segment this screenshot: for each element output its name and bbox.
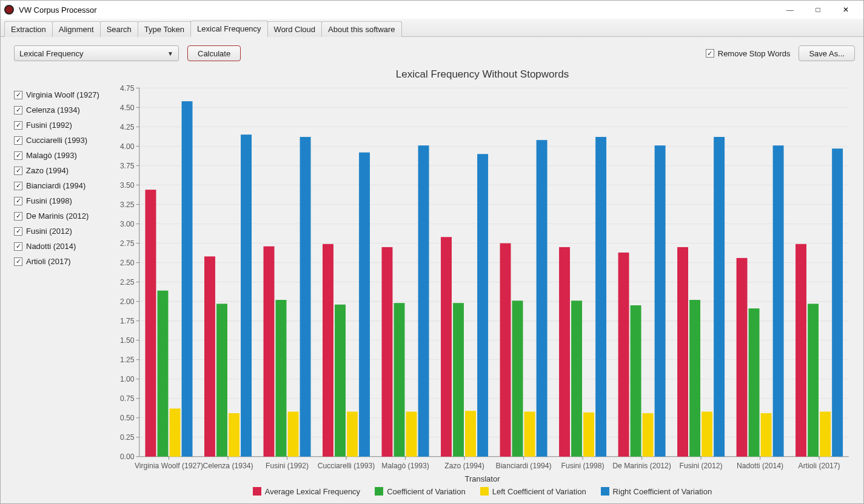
svg-rect-74 bbox=[264, 247, 275, 457]
translator-label: Celenza (1934) bbox=[26, 105, 80, 114]
checkbox-icon bbox=[14, 257, 22, 266]
svg-text:1.75: 1.75 bbox=[120, 317, 135, 325]
translator-checkbox[interactable]: Celenza (1934) bbox=[14, 105, 110, 114]
remove-stopwords-label: Remove Stop Words bbox=[718, 49, 791, 58]
tab-strip: ExtractionAlignmentSearchType TokenLexic… bbox=[1, 19, 863, 37]
legend-swatch bbox=[253, 487, 261, 496]
svg-rect-119 bbox=[714, 137, 725, 457]
translator-checkbox[interactable]: Malagò (1993) bbox=[14, 151, 110, 160]
checkbox-icon bbox=[14, 121, 22, 130]
svg-text:0.50: 0.50 bbox=[120, 414, 135, 422]
checkbox-icon bbox=[14, 212, 22, 220]
window-close-button[interactable]: ✕ bbox=[832, 1, 860, 19]
svg-text:Zazo (1994): Zazo (1994) bbox=[444, 461, 484, 469]
svg-text:2.50: 2.50 bbox=[120, 259, 135, 267]
svg-rect-125 bbox=[773, 145, 784, 457]
translator-checkbox[interactable]: De Marinis (2012) bbox=[14, 211, 110, 220]
legend-item[interactable]: Right Coefficient of Variation bbox=[601, 487, 712, 496]
svg-text:Nadotti (2014): Nadotti (2014) bbox=[737, 461, 783, 469]
svg-text:Celenza (1934): Celenza (1934) bbox=[203, 461, 253, 469]
legend-item[interactable]: Left Coefficient of Variation bbox=[480, 487, 586, 496]
svg-rect-69 bbox=[216, 303, 227, 456]
svg-rect-104 bbox=[559, 247, 570, 457]
tab-about-this-software[interactable]: About this software bbox=[321, 21, 402, 37]
save-as-button[interactable]: Save As... bbox=[799, 45, 855, 61]
svg-rect-130 bbox=[820, 412, 831, 457]
svg-text:2.25: 2.25 bbox=[120, 278, 135, 287]
tab-search[interactable]: Search bbox=[100, 21, 138, 37]
remove-stopwords-checkbox[interactable]: Remove Stop Words bbox=[706, 49, 791, 58]
svg-text:4.75: 4.75 bbox=[120, 84, 135, 92]
metric-combo-value: Lexical Frequency bbox=[19, 49, 84, 58]
svg-text:Bianciardi (1994): Bianciardi (1994) bbox=[496, 461, 552, 469]
legend-swatch bbox=[480, 487, 489, 496]
metric-combo[interactable]: Lexical Frequency ▼ bbox=[14, 45, 179, 61]
svg-rect-80 bbox=[323, 244, 333, 457]
svg-rect-101 bbox=[537, 140, 548, 457]
translator-label: De Marinis (2012) bbox=[26, 211, 89, 220]
svg-rect-99 bbox=[512, 300, 523, 456]
svg-rect-82 bbox=[347, 412, 358, 457]
svg-text:1.25: 1.25 bbox=[120, 356, 135, 364]
legend-item[interactable]: Coefficient of Variation bbox=[375, 487, 466, 496]
checkbox-icon bbox=[14, 106, 22, 114]
calculate-button[interactable]: Calculate bbox=[187, 45, 241, 61]
svg-text:0.00: 0.00 bbox=[120, 453, 135, 461]
svg-rect-131 bbox=[832, 148, 843, 457]
svg-text:2.75: 2.75 bbox=[120, 239, 135, 248]
translator-label: Fusini (2012) bbox=[26, 227, 72, 236]
translator-checkbox[interactable]: Cucciarelli (1993) bbox=[14, 136, 110, 145]
translator-checkbox[interactable]: Artioli (2017) bbox=[14, 257, 110, 266]
tab-extraction[interactable]: Extraction bbox=[4, 21, 53, 37]
svg-text:Artioli (2017): Artioli (2017) bbox=[799, 461, 840, 469]
tab-word-cloud[interactable]: Word Cloud bbox=[267, 21, 322, 37]
svg-rect-68 bbox=[204, 256, 215, 457]
tab-alignment[interactable]: Alignment bbox=[52, 21, 101, 37]
chart-svg: 0.000.250.500.751.001.251.501.752.002.25… bbox=[110, 83, 855, 474]
window-maximize-button[interactable]: □ bbox=[804, 1, 832, 19]
svg-rect-124 bbox=[761, 413, 772, 457]
translator-checkbox[interactable]: Fusini (2012) bbox=[14, 227, 110, 236]
window-minimize-button[interactable]: — bbox=[776, 1, 804, 19]
chevron-down-icon: ▼ bbox=[167, 50, 173, 57]
svg-text:3.25: 3.25 bbox=[120, 201, 135, 209]
app-title: VW Corpus Processor bbox=[19, 5, 776, 15]
svg-text:3.50: 3.50 bbox=[120, 181, 135, 189]
legend-item[interactable]: Average Lexical Frequency bbox=[253, 487, 360, 496]
translator-label: Zazo (1994) bbox=[26, 166, 69, 175]
svg-rect-83 bbox=[359, 153, 370, 457]
svg-rect-113 bbox=[655, 145, 666, 457]
svg-rect-76 bbox=[288, 412, 299, 457]
legend-swatch bbox=[601, 487, 609, 496]
checkbox-icon bbox=[14, 182, 22, 190]
svg-text:0.75: 0.75 bbox=[120, 394, 135, 403]
translator-label: Fusini (1998) bbox=[26, 196, 72, 205]
svg-rect-92 bbox=[441, 237, 452, 457]
svg-rect-100 bbox=[524, 412, 535, 457]
translator-checkbox[interactable]: Bianciardi (1994) bbox=[14, 181, 110, 190]
chart-panel: Lexical Frequency Without Stopwords 0.00… bbox=[110, 61, 863, 503]
translator-checkbox[interactable]: Nadotti (2014) bbox=[14, 242, 110, 251]
tab-type-token[interactable]: Type Token bbox=[138, 21, 191, 37]
svg-rect-95 bbox=[477, 154, 488, 457]
translator-checkbox[interactable]: Virginia Woolf (1927) bbox=[14, 90, 110, 99]
translator-checkbox[interactable]: Fusini (1998) bbox=[14, 196, 110, 205]
svg-rect-123 bbox=[749, 308, 760, 457]
translator-list: Virginia Woolf (1927)Celenza (1934)Fusin… bbox=[1, 61, 110, 503]
checkbox-icon bbox=[14, 197, 22, 205]
svg-rect-106 bbox=[583, 413, 594, 457]
svg-text:4.50: 4.50 bbox=[120, 103, 135, 111]
svg-rect-110 bbox=[618, 253, 629, 457]
translator-checkbox[interactable]: Fusini (1992) bbox=[14, 121, 110, 130]
svg-text:4.25: 4.25 bbox=[120, 122, 135, 131]
translator-label: Fusini (1992) bbox=[26, 121, 72, 130]
tab-lexical-frequency[interactable]: Lexical Frequency bbox=[190, 21, 268, 37]
translator-checkbox[interactable]: Zazo (1994) bbox=[14, 166, 110, 175]
checkbox-icon bbox=[706, 49, 714, 58]
svg-rect-93 bbox=[453, 303, 464, 457]
svg-rect-75 bbox=[276, 300, 287, 457]
svg-text:0.25: 0.25 bbox=[120, 433, 135, 442]
svg-text:Fusini (1998): Fusini (1998) bbox=[561, 461, 604, 469]
svg-rect-87 bbox=[394, 303, 405, 457]
title-bar: VW Corpus Processor — □ ✕ bbox=[1, 1, 863, 19]
